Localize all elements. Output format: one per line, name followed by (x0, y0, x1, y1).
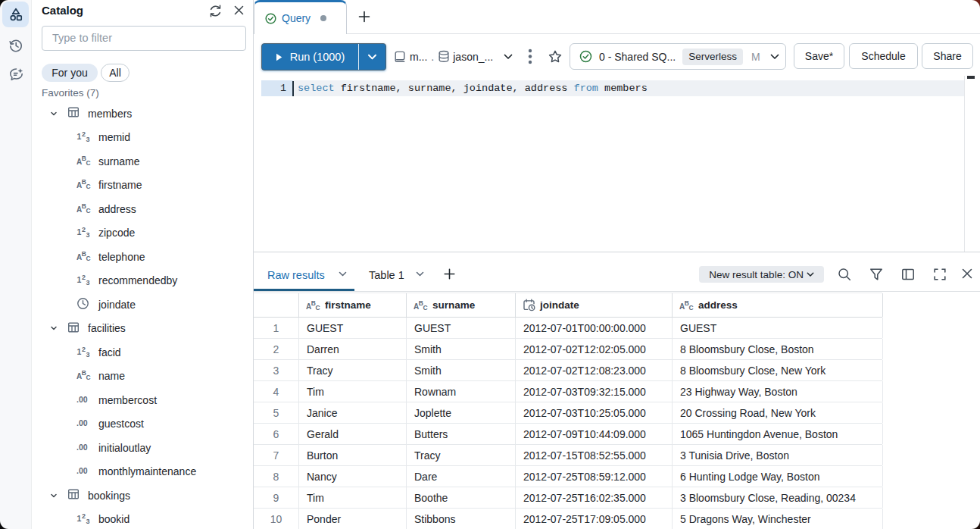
svg-text:2: 2 (82, 130, 86, 138)
svg-text:3: 3 (86, 231, 89, 238)
svg-text:C: C (86, 183, 90, 190)
svg-text:C: C (315, 304, 320, 311)
svg-text:C: C (423, 304, 427, 311)
svg-text:3: 3 (86, 279, 89, 286)
svg-text:2: 2 (82, 274, 86, 281)
svg-text:3: 3 (86, 518, 89, 524)
svg-text:2: 2 (82, 226, 86, 233)
svg-text:3: 3 (86, 136, 89, 142)
svg-text:.00: .00 (76, 466, 88, 475)
svg-text:C: C (86, 207, 90, 214)
svg-text:.00: .00 (76, 443, 88, 452)
svg-text:C: C (86, 255, 90, 262)
svg-text:C: C (86, 374, 90, 381)
svg-text:.00: .00 (76, 395, 88, 404)
svg-text:C: C (86, 159, 90, 167)
svg-text:2: 2 (82, 512, 86, 520)
svg-text:.00: .00 (76, 418, 88, 427)
svg-text:3: 3 (86, 351, 89, 358)
svg-text:1: 1 (77, 347, 82, 356)
svg-text:1: 1 (77, 275, 82, 284)
svg-text:1: 1 (77, 514, 82, 523)
svg-text:C: C (688, 304, 693, 311)
svg-text:2: 2 (82, 345, 86, 352)
svg-text:1: 1 (77, 132, 82, 141)
svg-text:1: 1 (77, 227, 82, 236)
